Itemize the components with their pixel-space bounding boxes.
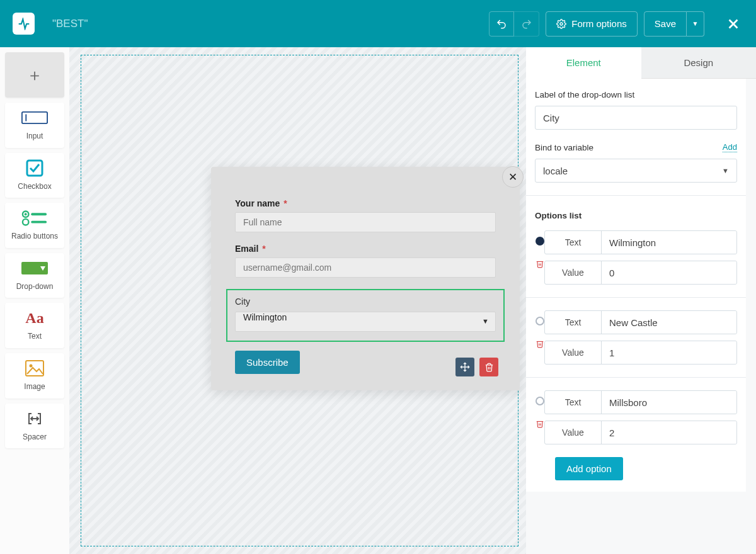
city-value: Wilmington	[243, 312, 287, 322]
properties-sidebar: Element Design Label of the drop-down li…	[526, 47, 756, 554]
palette-item-label: Spacer	[23, 432, 47, 443]
name-label: Your name *	[235, 198, 496, 208]
save-label: Save	[655, 18, 676, 29]
separator	[526, 195, 746, 196]
option-default-radio[interactable]	[536, 317, 544, 325]
option-row: Text Value	[535, 310, 737, 365]
delete-element-button[interactable]	[479, 358, 498, 376]
option-row: Text Value	[535, 390, 737, 444]
spacer-icon	[21, 410, 48, 427]
palette-input[interactable]: Input	[5, 103, 64, 148]
palette-item-label: Drop-down	[16, 282, 54, 292]
city-label: City	[235, 297, 496, 307]
option-default-radio[interactable]	[536, 237, 544, 246]
email-label: Email *	[235, 244, 496, 254]
add-variable-link[interactable]: Add	[723, 142, 737, 152]
option-row: Text Value	[535, 230, 737, 285]
svg-point-0	[560, 23, 563, 25]
field-city-selected[interactable]: City Wilmington ▼	[226, 289, 505, 342]
separator	[526, 297, 746, 298]
gear-icon	[556, 19, 566, 29]
logo	[13, 13, 35, 35]
image-icon	[21, 359, 48, 377]
sidebar-tabs: Element Design	[526, 47, 756, 79]
form-close-button[interactable]: ✕	[502, 166, 524, 188]
caret-down-icon: ▼	[692, 20, 699, 27]
element-palette: ＋ Input Checkbox Radio buttons Drop-down…	[0, 47, 69, 554]
option-text-key: Text	[545, 391, 602, 414]
palette-dropdown[interactable]: Drop-down	[5, 253, 64, 298]
tab-element[interactable]: Element	[526, 47, 641, 79]
option-text-input[interactable]	[602, 391, 736, 414]
palette-text[interactable]: Aa Text	[5, 303, 64, 348]
add-option-label: Add option	[566, 463, 612, 474]
option-value-key: Value	[545, 421, 602, 444]
add-option-button[interactable]: Add option	[555, 457, 623, 480]
plus-icon: ＋	[26, 64, 43, 86]
element-tools	[455, 358, 498, 376]
bind-variable-title: Bind to variable	[535, 143, 593, 152]
palette-spacer[interactable]: Spacer	[5, 404, 64, 449]
svg-rect-8	[31, 213, 47, 216]
chevron-down-icon: ▼	[722, 167, 729, 174]
option-value-key: Value	[545, 341, 602, 364]
field-email[interactable]: Email *	[235, 244, 496, 278]
svg-point-14	[30, 364, 33, 367]
trash-icon	[484, 363, 494, 372]
palette-item-label: Image	[24, 382, 45, 392]
option-text-key: Text	[545, 231, 602, 254]
form-preview: ✕ Your name * Email * City Wilmington ▼ …	[211, 167, 520, 390]
city-select[interactable]: Wilmington ▼	[235, 312, 496, 332]
canvas[interactable]: ✕ Your name * Email * City Wilmington ▼ …	[69, 47, 526, 554]
option-value-input[interactable]	[602, 261, 736, 284]
form-name: "BEST"	[52, 18, 88, 30]
bind-variable-select[interactable]: locale ▼	[535, 159, 737, 183]
radio-icon	[21, 209, 48, 227]
email-input[interactable]	[235, 257, 496, 278]
topbar-actions: Form options Save ▼	[489, 11, 743, 37]
palette-image[interactable]: Image	[5, 353, 64, 399]
option-delete-button[interactable]	[536, 419, 544, 430]
label-of-dropdown-title: Label of the drop-down list	[535, 90, 737, 99]
save-dropdown-button[interactable]: ▼	[687, 11, 704, 37]
palette-add[interactable]: ＋	[5, 52, 64, 98]
palette-radio[interactable]: Radio buttons	[5, 203, 64, 248]
svg-rect-13	[26, 361, 43, 376]
svg-rect-10	[31, 221, 47, 223]
subscribe-button[interactable]: Subscribe	[235, 351, 300, 374]
option-delete-button[interactable]	[536, 259, 544, 270]
palette-item-label: Input	[26, 132, 43, 142]
chevron-down-icon: ▼	[482, 317, 489, 325]
form-options-label: Form options	[571, 18, 627, 29]
option-value-input[interactable]	[602, 421, 736, 444]
svg-point-9	[23, 219, 29, 225]
field-name[interactable]: Your name *	[235, 198, 496, 232]
bind-variable-value: locale	[543, 166, 568, 176]
undo-button[interactable]	[489, 11, 514, 37]
option-value-input[interactable]	[602, 341, 736, 364]
option-delete-button[interactable]	[536, 339, 544, 350]
option-text-input[interactable]	[602, 231, 736, 254]
option-default-radio[interactable]	[536, 397, 544, 405]
dropdown-icon	[21, 259, 48, 277]
option-text-key: Text	[545, 311, 602, 334]
close-editor-button[interactable]	[723, 14, 743, 34]
move-element-button[interactable]	[455, 358, 474, 376]
palette-checkbox[interactable]: Checkbox	[5, 153, 64, 198]
subscribe-label: Subscribe	[246, 357, 289, 368]
redo-button[interactable]	[514, 11, 539, 37]
svg-rect-5	[27, 161, 42, 176]
topbar: "BEST" Form options Save ▼	[0, 0, 756, 47]
option-text-input[interactable]	[602, 311, 736, 334]
label-input[interactable]	[535, 106, 737, 130]
svg-point-7	[25, 213, 27, 216]
name-input[interactable]	[235, 212, 496, 232]
tab-design[interactable]: Design	[641, 47, 757, 79]
close-icon: ✕	[508, 171, 517, 184]
form-options-button[interactable]: Form options	[546, 11, 638, 37]
element-panel: Label of the drop-down list Bind to vari…	[526, 79, 746, 492]
palette-item-label: Checkbox	[18, 182, 51, 192]
save-button[interactable]: Save	[644, 11, 687, 37]
palette-item-label: Text	[28, 332, 42, 342]
separator	[526, 377, 746, 378]
